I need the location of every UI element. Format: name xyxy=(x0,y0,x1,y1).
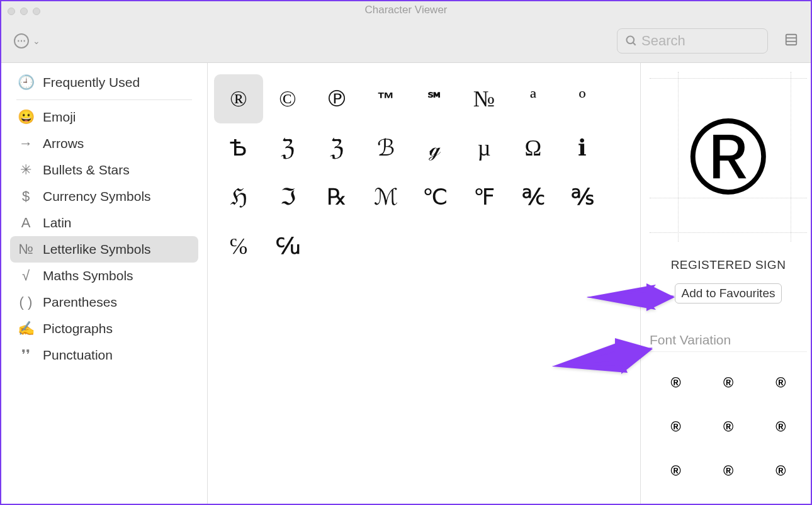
character-cell[interactable]: ℹ xyxy=(558,123,607,173)
sidebar-item-label: Emoji xyxy=(43,110,76,125)
character-grid-panel: ®©℗™℠№ªºѢℨℨℬℊµΩℹℌℑ℞ℳ℃℉℀℁℅℆ xyxy=(208,63,641,504)
character-cell[interactable]: № xyxy=(460,74,509,123)
detail-panel: ® REGISTERED SIGN Add to Favourites Font… xyxy=(641,63,811,504)
character-name: REGISTERED SIGN xyxy=(650,258,807,272)
chevron-down-icon: ⌄ xyxy=(33,36,40,46)
font-variation-cell[interactable]: ® xyxy=(671,419,681,435)
sidebar-item-label: Bullets & Stars xyxy=(43,162,130,178)
bullets-stars-icon: ✳ xyxy=(18,162,34,178)
character-cell[interactable]: ® xyxy=(214,74,263,123)
font-variation-cell[interactable]: ® xyxy=(775,419,786,435)
window-titlebar: Character Viewer xyxy=(1,1,811,19)
letterlike-icon: № xyxy=(18,241,34,258)
arrows-icon: → xyxy=(18,135,34,152)
sidebar-item-label: Frequently Used xyxy=(43,75,140,90)
frequently-used-icon: 🕘 xyxy=(18,74,34,91)
character-cell[interactable]: ℨ xyxy=(263,123,312,173)
character-cell[interactable]: ℌ xyxy=(214,173,263,222)
maths-icon: √ xyxy=(18,268,34,284)
preview-glyph: ® xyxy=(689,103,767,210)
sidebar-item-pictographs[interactable]: ✍Pictographs xyxy=(10,315,198,342)
sidebar-item-label: Latin xyxy=(43,215,72,230)
sidebar-item-bullets-stars[interactable]: ✳Bullets & Stars xyxy=(10,157,198,183)
character-cell[interactable]: ℳ xyxy=(361,173,410,222)
svg-rect-2 xyxy=(786,34,797,45)
sidebar-item-emoji[interactable]: 😀Emoji xyxy=(10,104,198,130)
character-cell[interactable]: ℨ xyxy=(312,123,361,173)
font-variation-cell[interactable]: ® xyxy=(775,463,786,479)
options-menu-button[interactable]: ⋯ xyxy=(14,33,29,48)
character-cell[interactable]: ℬ xyxy=(361,123,410,173)
character-cell[interactable]: © xyxy=(263,74,312,123)
character-cell[interactable]: ℉ xyxy=(460,173,509,222)
character-cell[interactable]: µ xyxy=(460,123,509,173)
sidebar-item-label: Maths Symbols xyxy=(43,268,133,283)
search-icon xyxy=(625,35,638,47)
toolbar: ⋯ ⌄ xyxy=(1,19,811,63)
sidebar-item-label: Pictographs xyxy=(43,321,113,336)
sidebar-item-currency[interactable]: $Currency Symbols xyxy=(10,183,198,210)
font-variation-cell[interactable]: ® xyxy=(671,463,681,479)
sidebar-item-maths[interactable]: √Maths Symbols xyxy=(10,263,198,289)
character-cell[interactable]: º xyxy=(558,74,607,123)
character-cell[interactable]: ℗ xyxy=(312,74,361,123)
sidebar-item-latin[interactable]: ALatin xyxy=(10,210,198,236)
category-sidebar: 🕘Frequently Used😀Emoji→Arrows✳Bullets & … xyxy=(1,63,208,504)
font-variation-cell[interactable]: ® xyxy=(723,463,733,479)
sidebar-item-letterlike[interactable]: №Letterlike Symbols xyxy=(10,236,198,263)
currency-icon: $ xyxy=(18,188,34,205)
character-cell[interactable]: Ѣ xyxy=(214,123,263,173)
character-cell[interactable]: ℞ xyxy=(312,173,361,222)
font-variation-cell[interactable]: ® xyxy=(671,375,681,391)
character-cell[interactable]: ℁ xyxy=(558,173,607,222)
glyph-preview: ® xyxy=(650,72,807,242)
search-field[interactable] xyxy=(617,28,768,54)
sidebar-item-parentheses[interactable]: ( )Parentheses xyxy=(10,289,198,315)
punctuation-icon: ❜❜ xyxy=(18,347,34,363)
character-cell[interactable]: ℃ xyxy=(410,173,460,222)
svg-line-1 xyxy=(633,42,636,45)
pictographs-icon: ✍ xyxy=(18,321,34,337)
sidebar-item-punctuation[interactable]: ❜❜Punctuation xyxy=(10,342,198,368)
character-cell[interactable]: ª xyxy=(509,74,558,123)
sidebar-item-label: Punctuation xyxy=(43,348,113,363)
character-cell[interactable]: ℑ xyxy=(263,173,312,222)
emoji-icon: 😀 xyxy=(18,109,34,125)
parentheses-icon: ( ) xyxy=(18,294,34,310)
latin-icon: A xyxy=(18,215,34,231)
add-to-favourites-button[interactable]: Add to Favourites xyxy=(675,283,782,304)
font-variation-label: Font Variation xyxy=(650,332,807,352)
character-cell[interactable]: ℆ xyxy=(263,222,312,271)
sidebar-item-label: Parentheses xyxy=(43,295,117,310)
font-variation-cell[interactable]: ® xyxy=(723,419,733,435)
sidebar-item-label: Currency Symbols xyxy=(43,189,151,204)
sidebar-item-label: Arrows xyxy=(43,136,84,151)
sidebar-item-label: Letterlike Symbols xyxy=(43,242,151,257)
sidebar-divider xyxy=(16,99,192,100)
character-cell[interactable]: ℠ xyxy=(410,74,460,123)
character-cell[interactable]: Ω xyxy=(509,123,558,173)
sidebar-item-arrows[interactable]: →Arrows xyxy=(10,130,198,157)
svg-point-0 xyxy=(627,36,634,43)
character-cell[interactable]: ℅ xyxy=(214,222,263,271)
search-input[interactable] xyxy=(641,33,760,49)
window-title: Character Viewer xyxy=(1,4,811,16)
character-cell[interactable]: ℊ xyxy=(410,123,460,173)
character-cell[interactable]: ℀ xyxy=(509,173,558,222)
sidebar-item-frequently-used[interactable]: 🕘Frequently Used xyxy=(10,69,198,96)
font-variation-cell[interactable]: ® xyxy=(723,375,733,391)
font-variation-cell[interactable]: ® xyxy=(775,375,786,391)
list-icon[interactable] xyxy=(784,33,798,49)
character-cell[interactable]: ™ xyxy=(361,74,410,123)
